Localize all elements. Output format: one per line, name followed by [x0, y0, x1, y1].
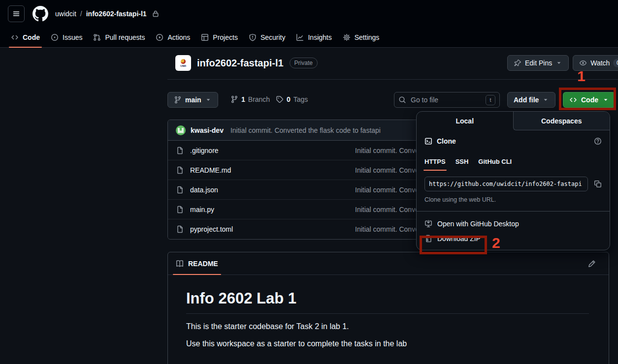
- breadcrumb: uwidcit / info2602-fastapi-l1: [55, 10, 160, 18]
- repo-name[interactable]: info2602-fastapi-l1: [197, 58, 284, 69]
- terminal-icon: [424, 137, 432, 145]
- search-icon: [398, 96, 406, 104]
- tab-label: Actions: [167, 33, 190, 41]
- lock-icon: [152, 10, 160, 18]
- eye-icon: [579, 59, 587, 67]
- hamburger-icon: [14, 12, 19, 16]
- file-icon: [176, 186, 184, 194]
- branches-count: 1: [241, 95, 245, 103]
- tab-github-cli[interactable]: GitHub CLI: [478, 158, 512, 165]
- chevron-down-icon: [555, 60, 562, 66]
- clone-url-row: [424, 177, 602, 191]
- tab-label: Settings: [355, 33, 380, 41]
- tab-label: Security: [260, 33, 286, 41]
- tab-issues[interactable]: Issues: [47, 28, 86, 47]
- pin-icon: [514, 59, 521, 67]
- tags-stat[interactable]: 0 Tags: [276, 95, 308, 103]
- book-icon: [176, 260, 184, 268]
- file-name[interactable]: data.json: [190, 186, 218, 194]
- tab-projects[interactable]: Projects: [197, 28, 242, 47]
- readme-content: Info 2602 Lab 1 This is the starter code…: [168, 275, 609, 364]
- tab-settings[interactable]: Settings: [339, 28, 384, 47]
- hamburger-menu-button[interactable]: [8, 5, 25, 22]
- commit-message[interactable]: Initial commit. Converted the flask code…: [230, 126, 381, 134]
- breadcrumb-repo[interactable]: info2602-fastapi-l1: [86, 10, 147, 18]
- annotation-step-2: 2: [492, 235, 500, 251]
- shield-icon: [249, 33, 257, 41]
- clone-url-input[interactable]: [424, 177, 588, 191]
- tab-label: Issues: [63, 33, 82, 41]
- watch-label: Watch: [590, 59, 610, 67]
- gear-icon: [343, 33, 351, 41]
- readme-title: Info 2602 Lab 1: [186, 290, 589, 314]
- readme-paragraph: Use this workspace as a starter to compl…: [186, 339, 589, 348]
- file-name[interactable]: .gitignore: [190, 147, 219, 154]
- edit-pins-label: Edit Pins: [525, 59, 552, 67]
- file-icon: [176, 166, 184, 174]
- tab-local[interactable]: Local: [417, 112, 513, 130]
- branches-stat[interactable]: 1 Branch: [230, 95, 270, 103]
- tab-https[interactable]: HTTPS: [424, 158, 446, 165]
- uwi-avatar-text: UWI: [180, 64, 186, 67]
- git-branch-icon: [174, 96, 182, 104]
- code-dropdown-tabs: Local Codespaces: [417, 112, 610, 130]
- repo-header: UWI info2602-fastapi-l1 Private Edit Pin…: [167, 48, 618, 80]
- clone-title: Clone: [437, 137, 456, 145]
- go-to-file-search: t: [394, 92, 500, 108]
- table-icon: [201, 33, 209, 41]
- repo-owner-avatar[interactable]: UWI: [175, 55, 191, 71]
- tab-label: Projects: [213, 33, 238, 41]
- question-icon[interactable]: [594, 137, 602, 145]
- readme-header: README: [168, 252, 609, 275]
- tag-icon: [276, 95, 284, 103]
- branch-selector[interactable]: main: [167, 92, 218, 108]
- tab-label: Pull requests: [105, 33, 145, 41]
- edit-pins-button[interactable]: Edit Pins: [507, 55, 569, 71]
- watch-counter: 0: [613, 59, 618, 67]
- graph-icon: [296, 33, 304, 41]
- shortcut-key-badge: t: [486, 95, 495, 105]
- file-name[interactable]: README.md: [190, 166, 231, 174]
- repo-title-group: UWI info2602-fastapi-l1 Private: [175, 55, 318, 71]
- repo-action-buttons: Edit Pins Watch 0: [507, 55, 618, 71]
- annotation-step-1: 1: [577, 68, 585, 85]
- file-name[interactable]: pyproject.toml: [190, 225, 233, 233]
- file-name[interactable]: main.py: [190, 206, 214, 213]
- tab-codespaces[interactable]: Codespaces: [513, 112, 610, 130]
- copy-icon[interactable]: [594, 180, 602, 188]
- tab-actions[interactable]: Actions: [152, 28, 194, 47]
- file-icon: [176, 206, 184, 213]
- open-github-desktop-item[interactable]: Open with GitHub Desktop: [424, 216, 602, 231]
- readme-paragraph: This is the starter codebase for Task 2 …: [186, 322, 589, 331]
- add-file-button[interactable]: Add file: [507, 92, 555, 108]
- commit-author[interactable]: kwasi-dev: [191, 126, 224, 134]
- code-dropdown-panel: Local Codespaces Clone HTTPS SSH GitHub …: [416, 111, 610, 250]
- tab-pull-requests[interactable]: Pull requests: [89, 28, 149, 47]
- github-logo[interactable]: [33, 6, 48, 22]
- dropdown-divider: [417, 211, 610, 212]
- git-branch-icon: [230, 95, 238, 103]
- pencil-icon[interactable]: [588, 260, 596, 268]
- breadcrumb-owner[interactable]: uwidcit: [55, 10, 76, 18]
- uwi-crest: [181, 59, 186, 64]
- annotation-box-code-button: [559, 88, 616, 110]
- git-pull-request-icon: [93, 33, 101, 41]
- tab-security[interactable]: Security: [245, 28, 290, 47]
- tab-code[interactable]: Code: [7, 28, 44, 47]
- tab-readme[interactable]: README: [176, 252, 218, 274]
- add-file-label: Add file: [514, 96, 539, 104]
- open-desktop-label: Open with GitHub Desktop: [437, 220, 519, 228]
- readme-tab-label: README: [188, 260, 218, 268]
- visibility-badge: Private: [290, 58, 318, 68]
- github-repo-page: uwidcit / info2602-fastapi-l1 Code Issue…: [0, 0, 618, 364]
- repo-toolbar: main 1 Branch 0 Tags t Add file: [167, 92, 618, 108]
- readme-section: README Info 2602 Lab 1 This is the start…: [167, 252, 609, 364]
- annotation-box-download-zip: [420, 236, 487, 254]
- tab-insights[interactable]: Insights: [292, 28, 335, 47]
- go-to-file-input[interactable]: [410, 95, 482, 104]
- repo-tab-bar: Code Issues Pull requests Actions Projec…: [0, 28, 618, 48]
- breadcrumb-separator: /: [80, 10, 82, 18]
- tab-ssh[interactable]: SSH: [455, 158, 469, 165]
- tab-label: Insights: [308, 33, 331, 41]
- commit-author-avatar[interactable]: [176, 125, 186, 135]
